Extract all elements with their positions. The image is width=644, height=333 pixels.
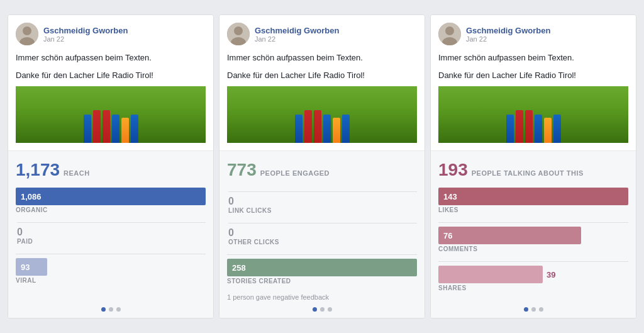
divider-cm [438,222,628,223]
engaged-card: Gschmeidig Gworben Jan 22 Immer schön au… [219,14,425,319]
product-shelf-3 [438,86,628,143]
metric-header-3: 193 PEOPLE TALKING ABOUT THIS [438,160,628,180]
bottle-5 [121,118,129,143]
b6 [342,115,350,143]
post-image-3 [438,86,628,143]
post-date-2: Jan 22 [255,35,339,43]
stat-link-clicks: 0 LINK CLICKS [227,188,417,214]
post-text-line1-2: Immer schön aufpassen beim Texten. [227,52,417,64]
b4 [323,115,331,143]
shares-label: SHARES [438,285,628,291]
b5 [333,118,340,143]
metric-number-2: 773 [227,160,257,180]
svg-point-4 [234,26,243,35]
bottle-4 [112,115,119,143]
c5 [544,118,552,143]
c1 [506,115,514,143]
user-name-2: Gschmeidig Gworben [255,26,339,35]
user-name-3: Gschmeidig Gworben [466,26,550,35]
product-shelf-2 [227,86,417,143]
stories-bar: 258 [227,259,417,276]
likes-bar: 143 [438,188,628,205]
metric-header-2: 773 PEOPLE ENGAGED [227,160,417,180]
stat-other-clicks: 0 OTHER CLICKS [227,219,417,246]
organic-value: 1,086 [21,192,42,201]
stat-paid: 0 PAID [16,218,206,245]
user-row: Gschmeidig Gworben Jan 22 [16,23,206,45]
post-text-line2-3: Danke für den Lacher Life Radio Tirol! [438,69,628,82]
post-text-line2: Danke für den Lacher Life Radio Tirol! [16,69,206,82]
user-info: Gschmeidig Gworben Jan 22 [43,26,128,43]
paid-value: 0 [17,227,206,238]
avatar-2 [227,23,250,45]
dot-3[interactable] [116,307,121,312]
shares-value: 39 [547,270,555,279]
organic-label: ORGANIC [16,206,206,213]
svg-point-7 [445,26,454,35]
divider-sh [438,261,628,262]
dot-2-3[interactable] [328,307,332,312]
cards-container: Gschmeidig Gworben Jan 22 Immer schön au… [8,14,636,319]
metric-label-3: PEOPLE TALKING ABOUT THIS [472,169,584,177]
dot-3-1[interactable] [524,307,528,312]
dots-row [16,301,206,312]
feedback-text: 1 person gave negative feedback [227,293,417,301]
post-date: Jan 22 [43,35,128,43]
other-clicks-value: 0 [228,227,417,239]
divider-2 [16,254,206,254]
user-info-3: Gschmeidig Gworben Jan 22 [466,26,550,43]
dot-2[interactable] [109,307,113,312]
dot-3-3[interactable] [539,307,543,312]
viral-bar: 93 [16,258,47,276]
dot-2-2[interactable] [320,307,325,312]
stat-comments: 76 COMMENTS [438,218,628,252]
card-top-engaged: Gschmeidig Gworben Jan 22 Immer schön au… [219,15,425,151]
likes-value: 143 [443,192,457,201]
dot-1[interactable] [101,307,106,312]
product-shelf [16,86,206,143]
divider-oc [228,223,417,223]
comments-bar: 76 [438,227,581,244]
b1 [295,115,303,143]
dot-3-2[interactable] [531,307,536,312]
stories-label: STORIES CREATED [227,278,417,285]
paid-label: PAID [17,238,206,245]
card-bottom-engaged: 773 PEOPLE ENGAGED 0 LINK CLICKS 0 OTHER… [219,151,425,318]
metric-label: REACH [64,169,90,177]
viral-label: VIRAL [16,277,206,284]
metric-number-3: 193 [438,160,468,180]
likes-label: LIKES [438,206,628,213]
organic-bar: 1,086 [16,188,206,205]
reach-card: Gschmeidig Gworben Jan 22 Immer schön au… [8,14,214,319]
svg-point-1 [23,26,31,35]
shares-bar [438,266,543,283]
card-bottom-reach: 1,173 REACH 1,086 ORGANIC 0 PAID [8,151,213,318]
dot-2-1[interactable] [313,307,317,312]
bottle-1 [84,115,91,143]
metric-number: 1,173 [16,160,60,180]
b2 [304,110,312,143]
stories-value: 258 [232,263,246,273]
dots-row-3 [438,301,628,312]
dots-row-2 [227,301,417,312]
metric-header: 1,173 REACH [16,160,206,180]
c4 [535,115,542,143]
bottle-2 [93,110,101,143]
comments-value: 76 [443,231,452,240]
stat-stories: 258 STORIES CREATED [227,251,417,285]
post-image-2 [227,86,417,143]
stat-viral: 93 VIRAL [16,250,206,284]
divider-lc [228,191,417,192]
divider [17,222,206,223]
avatar [16,23,38,45]
card-bottom-talking: 193 PEOPLE TALKING ABOUT THIS 143 LIKES … [431,151,636,318]
post-date-3: Jan 22 [466,35,550,43]
user-row-3: Gschmeidig Gworben Jan 22 [438,23,628,45]
c2 [516,110,523,143]
c6 [553,115,561,143]
b3 [314,110,321,143]
avatar-3 [438,23,461,45]
bottle-6 [131,115,138,143]
divider-sc [227,254,417,255]
bottle-3 [103,110,110,143]
